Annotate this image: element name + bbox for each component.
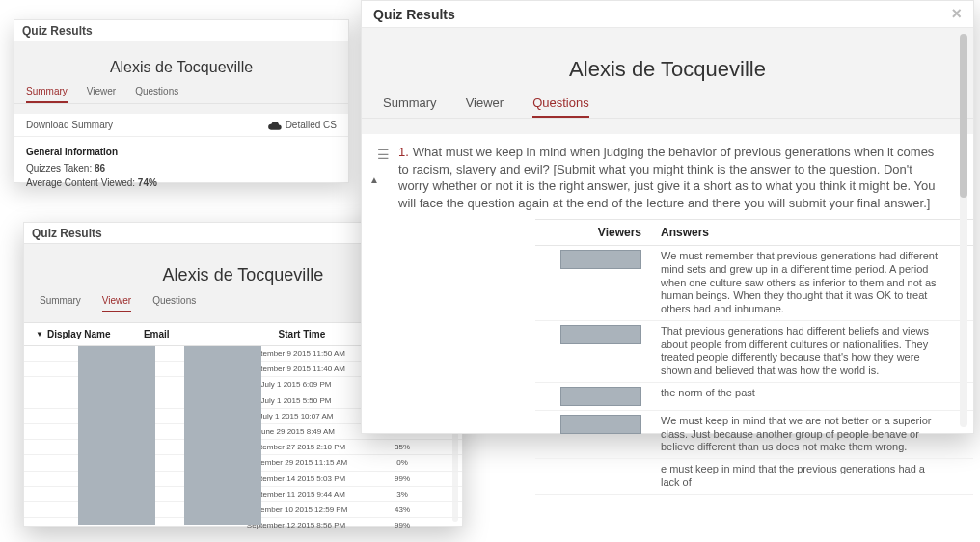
question-block: ☰ 1.What must we keep in mind when judgi… [362,134,973,219]
quizzes-taken-label: Quizzes Taken: [26,163,92,174]
answer-text: the norm of the past [661,387,946,400]
answers-header: Viewers Answers [535,219,973,246]
redacted-email-block [184,346,261,525]
menu-icon[interactable]: ☰ [377,144,391,211]
viewer-cell [535,415,661,434]
col-display-name[interactable]: Display Name [47,329,144,339]
viewer-cell [535,325,661,344]
sort-caret-icon[interactable]: ▼ [36,330,43,339]
questions-tabs: Summary Viewer Questions [362,82,973,119]
cell-content-watched: 43% [354,505,450,514]
cell-content-watched: 99% [354,521,450,529]
tab-viewer[interactable]: Viewer [87,86,116,103]
redacted-viewer-box [560,250,641,269]
questions-header: Alexis de Tocqueville Summary Viewer Que… [362,28,973,134]
cloud-download-icon [268,121,282,130]
tab-summary[interactable]: Summary [383,95,437,118]
question-number: 1. [398,145,409,159]
general-info: General Information Quizzes Taken: 86 Av… [14,137,348,198]
general-info-title: General Information [26,145,337,159]
answer-row: That previous generations had different … [535,321,973,383]
detailed-csv-label: Detailed CS [286,120,337,130]
tab-questions[interactable]: Questions [152,295,196,312]
questions-panel-title: Quiz Results [373,7,455,22]
summary-header: Alexis de Tocqueville Summary Viewer Que… [14,41,348,114]
quiz-subject-name: Alexis de Tocqueville [14,59,348,76]
download-summary-link[interactable]: Download Summary [26,120,113,130]
question-text-wrap: 1.What must we keep in mind when judging… [398,144,946,211]
scrollbar-thumb[interactable] [960,34,967,198]
viewer-cell [535,250,661,269]
tab-questions[interactable]: Questions [135,86,178,103]
quizzes-taken-value: 86 [95,163,105,174]
tab-questions[interactable]: Questions [532,95,589,118]
redacted-viewer-box [560,387,641,406]
answers-body: We must remember that previous generatio… [362,246,973,495]
close-icon[interactable]: × [951,4,962,24]
viewer-panel-title: Quiz Results [32,227,102,240]
questions-panel-titlebar: Quiz Results × [362,1,973,28]
col-email[interactable]: Email [144,329,250,339]
col-viewers: Viewers [535,226,661,239]
question-text: What must we keep in mind when judging t… [398,145,935,210]
avg-content-label: Average Content Viewed: [26,177,135,188]
answer-row: the norm of the past [535,383,973,411]
tab-summary[interactable]: Summary [40,295,81,312]
redacted-viewer-box [560,325,641,344]
viewer-cell [535,387,661,406]
tab-summary[interactable]: Summary [26,86,68,103]
collapse-caret-icon[interactable]: ▲ [369,175,379,185]
answer-text: We must remember that previous generatio… [661,250,946,316]
redacted-display-name-block [78,346,155,525]
detailed-csv-link[interactable]: Detailed CS [268,120,337,130]
questions-panel: Quiz Results × Alexis de Tocqueville Sum… [361,0,974,434]
col-start-time[interactable]: Start Time [250,329,354,339]
answer-row: e must keep in mind that the previous ge… [535,459,973,495]
avg-content-value: 74% [138,177,157,188]
answer-text: We must keep in mind that we are not bet… [661,415,946,454]
col-answers: Answers [661,226,946,239]
redacted-viewer-box [560,415,641,434]
answer-text: That previous generations had different … [661,325,946,378]
answer-row: We must remember that previous generatio… [535,246,973,321]
scrollbar[interactable] [960,34,967,427]
tab-viewer[interactable]: Viewer [466,95,504,118]
quiz-subject-name: Alexis de Tocqueville [362,57,973,82]
answer-row: We must keep in mind that we are not bet… [535,411,973,459]
summary-panel: Quiz Results Alexis de Tocqueville Summa… [14,19,349,183]
answer-text: e must keep in mind that the previous ge… [661,463,946,490]
summary-tabs: Summary Viewer Questions [14,76,348,104]
tab-viewer[interactable]: Viewer [102,295,131,312]
download-row: Download Summary Detailed CS [14,114,348,137]
summary-panel-title: Quiz Results [14,20,348,41]
